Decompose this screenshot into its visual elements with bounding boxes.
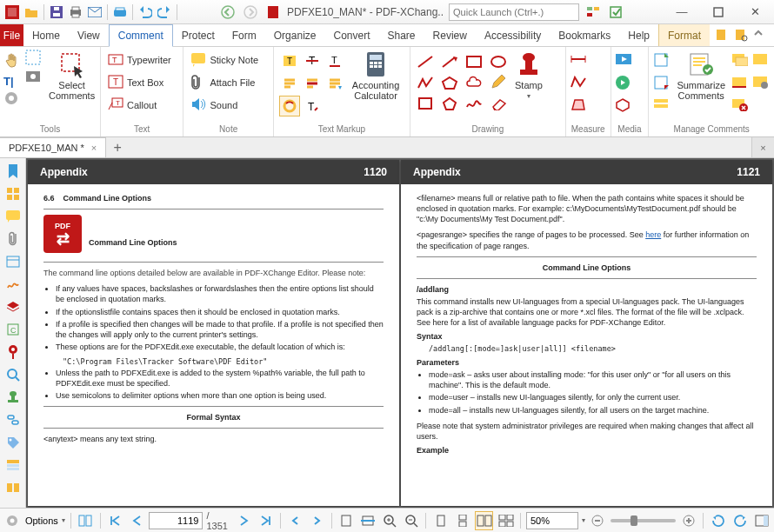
- tab-comment[interactable]: Comment: [109, 24, 173, 47]
- undo-icon[interactable]: [137, 3, 154, 21]
- email-icon[interactable]: [86, 3, 103, 21]
- underline-icon[interactable]: T: [324, 50, 345, 71]
- rail-signatures-icon[interactable]: [3, 275, 23, 294]
- perimeter-icon[interactable]: [570, 75, 589, 94]
- tab-convert[interactable]: Convert: [324, 24, 378, 46]
- nav-back-icon[interactable]: [219, 3, 237, 21]
- textbox-button[interactable]: TText Box: [104, 71, 179, 94]
- tab-help[interactable]: Help: [619, 24, 658, 46]
- tab-home[interactable]: Home: [23, 24, 69, 46]
- pentagon-icon[interactable]: [438, 94, 461, 113]
- show-comments-icon[interactable]: [731, 52, 750, 71]
- layout-toggle-icon[interactable]: [77, 511, 95, 530]
- comments-list-icon[interactable]: [652, 97, 671, 116]
- accounting-calc-button[interactable]: Accounting Calculator: [349, 49, 403, 103]
- zoom-input[interactable]: [526, 512, 578, 529]
- first-page-button[interactable]: [106, 511, 124, 530]
- attach-file-button[interactable]: Attach File: [187, 71, 269, 94]
- squiggly-icon[interactable]: [279, 96, 300, 116]
- ui-options-icon[interactable]: [584, 3, 602, 21]
- freeform-icon[interactable]: [463, 94, 485, 113]
- dock-right-icon[interactable]: [752, 511, 771, 530]
- open-icon[interactable]: [23, 3, 40, 21]
- zoom-minus-button[interactable]: [589, 511, 607, 530]
- 3d-icon[interactable]: [615, 97, 634, 116]
- rail-thumbnails-icon[interactable]: [3, 184, 23, 203]
- tab-form[interactable]: Form: [224, 24, 265, 46]
- rail-destinations-icon[interactable]: [3, 342, 23, 362]
- tab-view[interactable]: View: [69, 24, 109, 46]
- find-icon[interactable]: [715, 28, 731, 43]
- text-correction-icon[interactable]: T: [302, 96, 323, 116]
- comment-styles-icon[interactable]: [751, 52, 771, 71]
- tab-organize[interactable]: Organize: [265, 24, 325, 46]
- rail-stamps-icon[interactable]: [3, 388, 23, 407]
- zoom-slider[interactable]: [611, 519, 677, 522]
- zoom-out-status-icon[interactable]: [403, 511, 421, 530]
- rail-pan-zoom-icon[interactable]: [3, 365, 23, 384]
- export-comments-icon[interactable]: [652, 75, 671, 94]
- rail-tags-icon[interactable]: [3, 433, 23, 452]
- select-comments-button[interactable]: Select Comments: [45, 49, 98, 103]
- snapshot-icon[interactable]: [24, 68, 43, 87]
- rail-content-icon[interactable]: C: [3, 320, 23, 339]
- polygon-icon[interactable]: [438, 73, 461, 92]
- next-page-button[interactable]: [235, 511, 253, 530]
- maximize-button[interactable]: [701, 0, 736, 24]
- tab-protect[interactable]: Protect: [173, 24, 224, 46]
- polyline-icon[interactable]: [414, 73, 437, 92]
- summarize-comments-button[interactable]: Summarize Comments: [673, 49, 729, 103]
- sticky-note-button[interactable]: Sticky Note: [187, 49, 269, 71]
- file-tab[interactable]: File: [0, 24, 23, 46]
- quick-launch-input[interactable]: [449, 3, 579, 21]
- close-all-tabs-button[interactable]: ×: [751, 137, 774, 157]
- tab-share[interactable]: Share: [379, 24, 424, 46]
- launch-icon[interactable]: [607, 3, 624, 21]
- caret-icon[interactable]: [324, 73, 345, 94]
- rail-links-icon[interactable]: [3, 410, 23, 429]
- line-icon[interactable]: [414, 52, 437, 71]
- stamp-button[interactable]: Stamp ▾: [511, 49, 546, 102]
- fit-width-icon[interactable]: [359, 511, 377, 530]
- tab-accessibility[interactable]: Accessibility: [476, 24, 550, 46]
- rect-icon[interactable]: [463, 52, 485, 71]
- select-text-icon[interactable]: T|: [3, 71, 23, 90]
- zoom-in-status-icon[interactable]: [381, 511, 399, 530]
- rotate-ccw-icon[interactable]: [709, 511, 727, 530]
- rail-comments-icon[interactable]: [3, 207, 23, 226]
- rail-layers-icon[interactable]: [3, 297, 23, 316]
- import-comments-icon[interactable]: [652, 52, 671, 71]
- replace-text-icon[interactable]: [302, 73, 323, 94]
- oval-icon[interactable]: [487, 52, 510, 71]
- here-link[interactable]: here: [645, 230, 661, 239]
- close-tab-icon[interactable]: ×: [91, 143, 97, 153]
- nav-fwd-icon[interactable]: [242, 3, 259, 21]
- options-gear-icon[interactable]: [3, 511, 22, 530]
- last-page-button[interactable]: [257, 511, 275, 530]
- insert-text-icon[interactable]: [279, 73, 300, 94]
- area-icon[interactable]: [570, 97, 589, 116]
- tab-review[interactable]: Review: [424, 24, 476, 46]
- minimize-button[interactable]: —: [664, 0, 699, 24]
- rail-more-icon[interactable]: [3, 478, 23, 497]
- search-icon[interactable]: [734, 28, 750, 43]
- gear-icon[interactable]: [3, 90, 23, 110]
- continuous-icon[interactable]: [453, 511, 471, 530]
- collapse-ribbon-icon[interactable]: [753, 28, 769, 43]
- scan-icon[interactable]: [111, 3, 129, 21]
- document-view[interactable]: Appendix1120 6.6 Command Line Options PD…: [26, 158, 774, 508]
- sound-button[interactable]: Sound: [187, 94, 269, 116]
- page-number-input[interactable]: [149, 512, 203, 529]
- comment-prefs-icon[interactable]: [751, 75, 771, 94]
- prev-page-button[interactable]: [128, 511, 146, 530]
- cloud-icon[interactable]: [463, 73, 485, 92]
- redo-icon[interactable]: [156, 3, 173, 21]
- square-icon[interactable]: [414, 94, 437, 113]
- options-label[interactable]: Options: [25, 515, 58, 526]
- video-icon[interactable]: [615, 52, 634, 71]
- arrow-icon[interactable]: [438, 52, 461, 71]
- flatten-comments-icon[interactable]: [731, 75, 750, 94]
- save-icon[interactable]: [48, 3, 65, 21]
- close-button[interactable]: ✕: [737, 0, 772, 24]
- strikeout-icon[interactable]: T: [302, 50, 323, 71]
